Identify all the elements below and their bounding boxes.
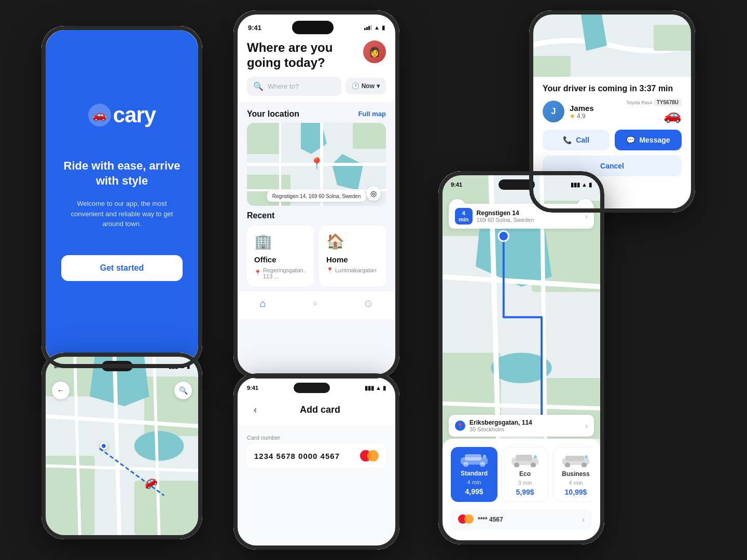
route-screen: 9:41 ▮▮▮ ▲ ▮: [442, 175, 600, 540]
get-started-button[interactable]: Get started: [61, 255, 183, 281]
map-island: [102, 361, 133, 371]
route-wifi: ▲: [582, 181, 587, 188]
nav-search-icon: ⚬: [311, 298, 320, 310]
call-button[interactable]: 📞 Call: [543, 130, 610, 150]
search-button-map[interactable]: 🔍: [174, 382, 192, 399]
battery-icon-2: ▮: [187, 363, 190, 370]
addcard-status-bar: 9:41 ▮▮▮ ▲ ▮: [238, 377, 395, 395]
dest-pin-icon: 📍: [455, 421, 465, 431]
payment-chevron: ›: [582, 515, 585, 524]
nav-search[interactable]: ⚬: [311, 298, 320, 310]
svg-rect-46: [565, 456, 584, 461]
search-icon: 🔍: [253, 81, 264, 91]
vehicle-business[interactable]: Business 4 min 10,99$: [552, 447, 592, 502]
phone-home: 9:41 ▲ ▮ Where are you going today?: [233, 10, 399, 379]
recent-card-home[interactable]: 🏠 Home 📍 Luntmakargatan: [319, 226, 386, 287]
card-number-value: 1234 5678 0000 4567: [254, 452, 340, 460]
full-map-link[interactable]: Full map: [358, 110, 386, 118]
map-controls: ← 🔍: [52, 382, 192, 399]
office-name: Office: [254, 255, 307, 264]
driver-map-strip: [533, 15, 691, 77]
driver-avatar: J: [543, 101, 564, 122]
origin-dot: [100, 442, 107, 450]
pin-icon-2: 📍: [326, 267, 334, 274]
eta-badge: 4 min: [455, 208, 473, 225]
splash-screen: 🚗 cary Ride with ease, arrive with style…: [46, 30, 198, 364]
card-number-field: Card number 1234 5678 0000 4567: [247, 435, 386, 468]
route-island: [499, 179, 535, 190]
search-row: 🔍 Where to? 🕐 Now ▾: [247, 77, 386, 96]
svg-rect-10: [533, 56, 571, 77]
dynamic-island: [292, 21, 334, 34]
now-button[interactable]: 🕐 Now ▾: [345, 78, 386, 94]
addcard-back-button[interactable]: ‹: [247, 401, 264, 418]
user-avatar[interactable]: 👩: [363, 40, 386, 63]
card-number-input[interactable]: 1234 5678 0000 4567: [247, 444, 386, 468]
location-map[interactable]: 📍 Regnstigen 14, 169 60 Solna, Sweden ◎: [247, 123, 386, 206]
compass-icon: ◎: [366, 186, 381, 201]
recent-card-office[interactable]: 🏢 Office 📍 Regeringsgatan, 113 ...: [247, 226, 314, 287]
svg-point-33: [499, 231, 509, 242]
home-title-row: Where are you going today? 👩: [247, 40, 386, 71]
home-icon: 🏠: [326, 233, 379, 250]
map-status-icons: ▮▮▮ ▲ ▮: [169, 363, 190, 370]
office-icon: 🏢: [254, 233, 307, 250]
vehicle-selection-sheet: Standard 4 min 4,99$: [442, 439, 600, 540]
addcard-island: [294, 383, 330, 393]
logo-icon: 🚗: [88, 104, 111, 127]
nav-settings-icon: ⚙: [364, 298, 373, 310]
location-section-header: Your location Full map: [238, 102, 395, 123]
driver-details: James ★ 4.9: [570, 104, 594, 120]
signal-icon: ▮▮▮: [169, 363, 178, 370]
business-car-icon: [560, 453, 591, 467]
mastercard-logo: [360, 450, 379, 461]
mastercard-icon: [458, 514, 474, 525]
nav-home[interactable]: ⌂: [260, 298, 266, 310]
location-title: Your location: [247, 109, 299, 119]
vehicle-eco[interactable]: Eco 3 min 5,99$: [502, 447, 548, 502]
clock-icon: 🕐: [352, 82, 359, 90]
origin-chevron: ›: [585, 212, 588, 220]
ac-wifi: ▲: [376, 385, 381, 391]
status-bar-home: 9:41 ▲ ▮: [238, 15, 395, 36]
location-address-chip: Regnstigen 14, 169 60 Solna, Sweden: [267, 191, 366, 202]
home-screen: 9:41 ▲ ▮ Where are you going today?: [238, 15, 395, 374]
route-status-icons: ▮▮▮ ▲ ▮: [571, 181, 592, 188]
addcard-header: ‹ Add card: [238, 395, 395, 425]
svg-point-39: [483, 455, 486, 458]
splash-subtitle: Welcome to our app, the most convenient …: [61, 199, 183, 229]
search-box[interactable]: 🔍 Where to?: [247, 77, 341, 96]
dest-chip[interactable]: 📍 Eriksbergsgatan, 114 30 Stockholm ›: [449, 415, 594, 437]
svg-rect-9: [654, 25, 691, 51]
map-screen: 9:41 ▮▮▮ ▲ ▮: [46, 357, 198, 535]
map-time: 9:41: [54, 363, 65, 369]
svg-point-16: [134, 431, 184, 460]
origin-chip[interactable]: 4 min Regnstigen 14 169 60 Solna, Sweden…: [449, 204, 594, 229]
payment-row[interactable]: **** 4567 ›: [451, 509, 592, 530]
driver-title: Your driver is coming in 3:37 min: [543, 84, 682, 93]
driver-name: James: [570, 104, 594, 113]
action-buttons: 📞 Call 💬 Message: [543, 130, 682, 150]
nav-settings[interactable]: ⚙: [364, 298, 373, 310]
dest-chevron: ›: [585, 422, 588, 430]
message-button[interactable]: 💬 Message: [615, 130, 682, 150]
phone-route: 9:41 ▮▮▮ ▲ ▮: [438, 171, 604, 544]
driver-row: J James ★ 4.9: [543, 100, 682, 123]
vehicle-standard[interactable]: Standard 4 min 4,99$: [451, 447, 497, 502]
dest-text: Eriksbergsgatan, 114 30 Stockholm: [469, 419, 581, 432]
driver-rating: ★ 4.9: [570, 113, 594, 120]
driver-car: Toyota Rav4 TY5678U 🚗: [626, 100, 682, 123]
phone-addcard: 9:41 ▮▮▮ ▲ ▮ ‹ Add card Card num: [233, 373, 399, 550]
chevron-down-icon: ▾: [377, 82, 380, 90]
route-signal: ▮▮▮: [571, 181, 580, 188]
back-button-map[interactable]: ←: [52, 382, 70, 399]
plate-badge: TY5678U: [654, 99, 682, 106]
route-time: 9:41: [451, 181, 462, 188]
star-icon: ★: [570, 113, 575, 120]
card-form: Card number 1234 5678 0000 4567: [238, 425, 395, 484]
bottom-nav: ⌂ ⚬ ⚙: [238, 291, 395, 319]
office-address: 📍 Regeringsgatan, 113 ...: [254, 267, 307, 279]
location-pin: 📍: [310, 157, 324, 170]
status-icons: ▲ ▮: [364, 24, 385, 31]
vehicle-options: Standard 4 min 4,99$: [451, 447, 592, 502]
